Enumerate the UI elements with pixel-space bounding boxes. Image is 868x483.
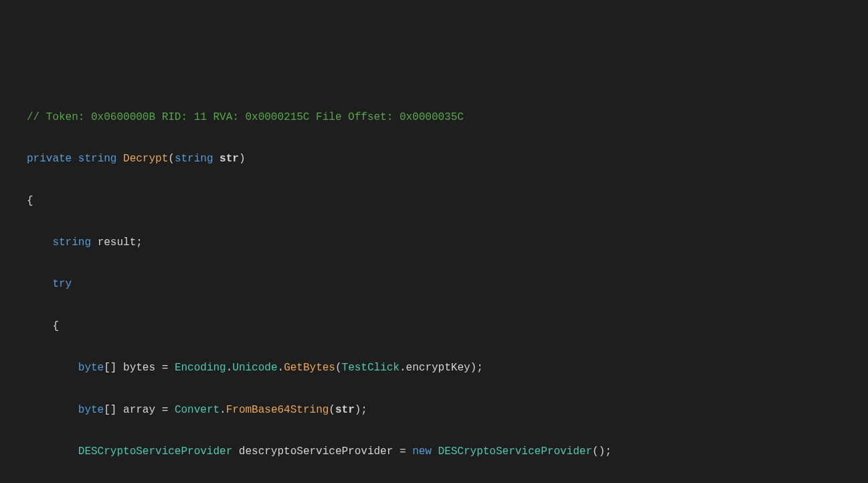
- keyword-try: try: [52, 278, 72, 290]
- type-encoding: Encoding: [175, 362, 226, 374]
- variable: result: [98, 236, 137, 249]
- comment-token: // Token: 0x0600000B RID: 11 RVA: 0x0000…: [27, 111, 464, 123]
- keyword-string: string: [175, 153, 213, 165]
- type-des: DESCryptoServiceProvider: [438, 445, 592, 458]
- code-line: byte[] array = Convert.FromBase64String(…: [27, 400, 868, 421]
- code-line: DESCryptoServiceProvider descryptoServic…: [27, 441, 868, 462]
- code-line: private string Decrypt(string str): [27, 149, 868, 169]
- prop-encryptkey: encryptKey: [406, 362, 470, 374]
- type-convert: Convert: [175, 404, 220, 416]
- variable: bytes: [123, 362, 155, 374]
- keyword-new: new: [412, 445, 432, 458]
- param-ref: str: [335, 404, 355, 416]
- code-line: byte[] bytes = Encoding.Unicode.GetBytes…: [27, 358, 868, 378]
- keyword-private: private: [27, 153, 72, 165]
- code-line: // Token: 0x0600000B RID: 11 RVA: 0x0000…: [27, 107, 868, 128]
- keyword-string: string: [52, 236, 91, 249]
- code-line: {: [27, 191, 868, 212]
- type-des: DESCryptoServiceProvider: [78, 445, 232, 458]
- prop-unicode: Unicode: [232, 362, 277, 374]
- code-line: try: [27, 274, 868, 295]
- keyword-string: string: [78, 153, 117, 165]
- type-testclick: TestClick: [342, 362, 400, 374]
- variable: array: [123, 404, 155, 416]
- code-editor[interactable]: // Token: 0x0600000B RID: 11 RVA: 0x0000…: [0, 84, 868, 483]
- keyword-byte: byte: [78, 404, 104, 416]
- variable: descryptoServiceProvider: [239, 445, 393, 458]
- method-name: Decrypt: [123, 153, 168, 165]
- keyword-byte: byte: [78, 362, 104, 374]
- method-frombase64: FromBase64String: [226, 404, 329, 416]
- param-name: str: [220, 153, 239, 165]
- code-line: {: [27, 316, 868, 337]
- code-line: string result;: [27, 232, 868, 253]
- method-getbytes: GetBytes: [284, 362, 335, 374]
